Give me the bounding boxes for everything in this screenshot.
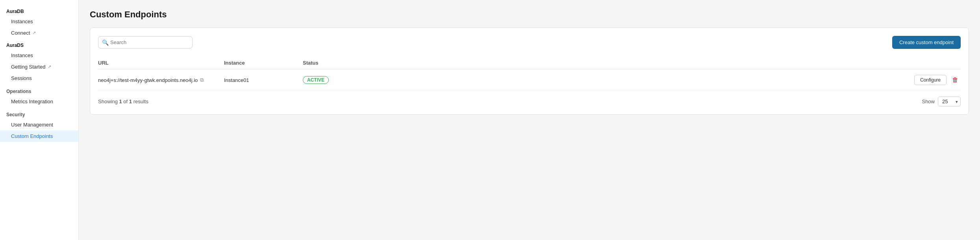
sidebar: AuraDB Instances Connect ↗ AuraDS Instan… [0,0,79,240]
status-badge: ACTIVE [303,76,329,84]
instance-cell: Instance01 [224,77,303,83]
sidebar-item-label: Instances [11,19,33,24]
sidebar-item-aurads-getting-started[interactable]: Getting Started ↗ [0,61,78,73]
col-header-status: Status [303,60,382,66]
show-label: Show [922,99,935,104]
col-header-url: URL [98,60,224,66]
sidebar-item-auradb-connect[interactable]: Connect ↗ [0,27,78,39]
toolbar: 🔍 Create custom endpoint [98,36,961,49]
page-size-select[interactable]: 25 50 100 [938,97,961,106]
sidebar-item-auradb-instances[interactable]: Instances [0,16,78,27]
search-input[interactable] [98,36,193,48]
table-header: URL Instance Status [98,57,961,69]
table-footer: Showing 1 of 1 results Show 25 50 100 [98,97,961,106]
sidebar-item-label: Sessions [11,75,32,81]
sidebar-aurads-label: AuraDS [0,39,78,50]
search-icon: 🔍 [102,39,109,46]
sidebar-item-label: Custom Endpoints [11,133,53,139]
endpoint-url: neo4j+s://test-m4yy-gtwk.endpoints.neo4j… [98,77,198,83]
sidebar-item-user-management[interactable]: User Management [0,119,78,130]
row-actions: Configure 🗑 [382,75,961,85]
copy-icon[interactable]: ⧉ [200,77,204,83]
external-link-icon: ↗ [48,64,51,69]
create-custom-endpoint-button[interactable]: Create custom endpoint [892,36,961,49]
col-header-actions [382,60,961,66]
sidebar-item-label: Connect [11,30,30,36]
custom-endpoints-card: 🔍 Create custom endpoint URL Instance St… [90,28,969,115]
sidebar-item-label: Metrics Integration [11,99,53,104]
show-select-wrap: Show 25 50 100 [922,97,961,106]
sidebar-security-label: Security [0,107,78,119]
sidebar-item-aurads-sessions[interactable]: Sessions [0,73,78,84]
configure-button[interactable]: Configure [914,75,947,85]
sidebar-item-label: User Management [11,122,53,128]
sidebar-item-metrics-integration[interactable]: Metrics Integration [0,96,78,107]
sidebar-operations-label: Operations [0,84,78,96]
sidebar-item-aurads-instances[interactable]: Instances [0,50,78,61]
url-cell: neo4j+s://test-m4yy-gtwk.endpoints.neo4j… [98,77,224,83]
main-content: Custom Endpoints 🔍 Create custom endpoin… [79,0,980,240]
col-header-instance: Instance [224,60,303,66]
delete-button[interactable]: 🗑 [950,75,961,85]
status-cell: ACTIVE [303,76,382,84]
sidebar-item-custom-endpoints[interactable]: Custom Endpoints [0,130,78,142]
sidebar-auradb-label: AuraDB [0,5,78,16]
results-count: Showing 1 of 1 results [98,99,148,104]
sidebar-item-label: Getting Started [11,64,45,70]
external-link-icon: ↗ [32,30,36,35]
page-size-select-wrap: 25 50 100 [938,97,961,106]
instance-name: Instance01 [224,77,249,83]
search-wrap: 🔍 [98,36,193,48]
page-title: Custom Endpoints [90,9,969,20]
sidebar-item-label: Instances [11,52,33,58]
table-row: neo4j+s://test-m4yy-gtwk.endpoints.neo4j… [98,69,961,91]
